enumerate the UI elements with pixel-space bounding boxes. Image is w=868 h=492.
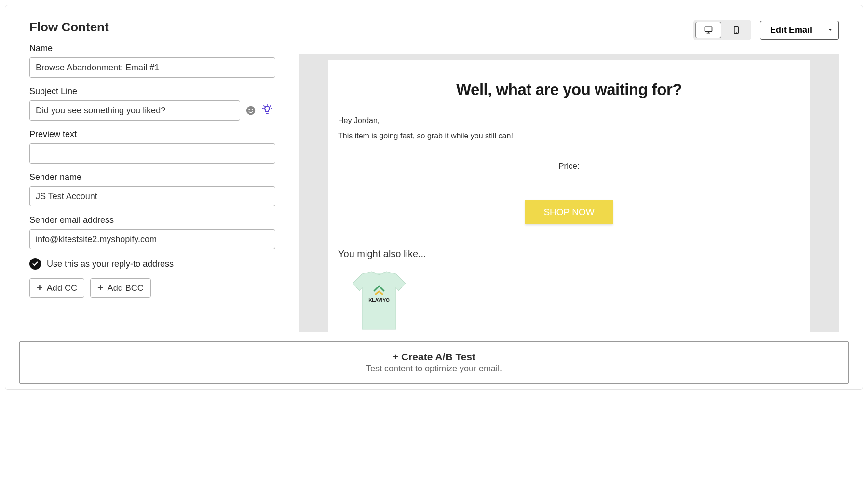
- svg-line-7: [264, 106, 264, 106]
- emoji-icon[interactable]: [245, 105, 257, 116]
- name-input[interactable]: [29, 57, 275, 78]
- preview-text-label: Preview text: [29, 129, 275, 139]
- suggestion-icon[interactable]: [261, 105, 273, 116]
- also-like-heading: You might also like...: [338, 248, 800, 260]
- ab-test-subtitle: Test content to optimize your email.: [29, 364, 839, 374]
- svg-marker-14: [829, 29, 832, 31]
- field-subject: Subject Line: [29, 86, 275, 121]
- edit-email-dropdown[interactable]: [822, 21, 839, 40]
- sender-email-input[interactable]: [29, 229, 275, 249]
- preview-toolbar: Edit Email: [299, 20, 839, 40]
- product-thumbnail: KLAVIYO: [338, 269, 420, 332]
- email-preview-frame: Well, what are you waiting for? Hey Jord…: [299, 54, 839, 332]
- desktop-view-button[interactable]: [695, 22, 721, 38]
- preview-column: Edit Email Well, what are you waiting fo…: [299, 20, 839, 332]
- ab-test-title: + Create A/B Test: [29, 351, 839, 363]
- sender-name-input[interactable]: [29, 186, 275, 206]
- add-bcc-button[interactable]: + Add BCC: [90, 278, 151, 298]
- email-body-text: This item is going fast, so grab it whil…: [338, 132, 800, 140]
- shop-now-button[interactable]: SHOP NOW: [525, 200, 613, 224]
- email-headline: Well, what are you waiting for?: [338, 81, 800, 99]
- subject-input[interactable]: [29, 100, 240, 121]
- create-ab-test-button[interactable]: + Create A/B Test Test content to optimi…: [19, 341, 849, 384]
- add-cc-label: Add CC: [47, 283, 77, 293]
- add-cc-button[interactable]: + Add CC: [29, 278, 84, 298]
- email-price-label: Price:: [338, 162, 800, 171]
- subject-label: Subject Line: [29, 86, 275, 96]
- svg-point-0: [246, 106, 255, 115]
- sender-name-label: Sender name: [29, 172, 275, 182]
- plus-icon: +: [37, 283, 43, 293]
- svg-rect-9: [705, 27, 712, 31]
- page-title: Flow Content: [29, 20, 275, 35]
- reply-to-checkbox[interactable]: [29, 258, 41, 270]
- svg-line-8: [270, 106, 271, 106]
- preview-text-input[interactable]: [29, 143, 275, 164]
- name-label: Name: [29, 43, 275, 54]
- ab-test-section: + Create A/B Test Test content to optimi…: [19, 341, 849, 384]
- svg-point-1: [249, 109, 250, 110]
- device-toggle: [693, 20, 751, 40]
- edit-email-button[interactable]: Edit Email: [760, 21, 822, 40]
- add-bcc-label: Add BCC: [108, 283, 144, 293]
- email-greeting: Hey Jordan,: [338, 116, 800, 125]
- svg-text:KLAVIYO: KLAVIYO: [368, 298, 390, 303]
- reply-to-label: Use this as your reply-to address: [47, 259, 174, 269]
- form-column: Flow Content Name Subject Line: [29, 20, 275, 332]
- svg-point-2: [252, 109, 253, 110]
- field-preview-text: Preview text: [29, 129, 275, 164]
- email-preview-body: Well, what are you waiting for? Hey Jord…: [328, 60, 810, 332]
- reply-to-row[interactable]: Use this as your reply-to address: [29, 258, 275, 270]
- sender-email-label: Sender email address: [29, 215, 275, 225]
- mobile-view-button[interactable]: [723, 22, 749, 38]
- field-name: Name: [29, 43, 275, 78]
- plus-icon: +: [97, 283, 104, 293]
- field-sender-name: Sender name: [29, 172, 275, 206]
- field-sender-email: Sender email address: [29, 215, 275, 249]
- flow-content-panel: Flow Content Name Subject Line: [5, 5, 863, 390]
